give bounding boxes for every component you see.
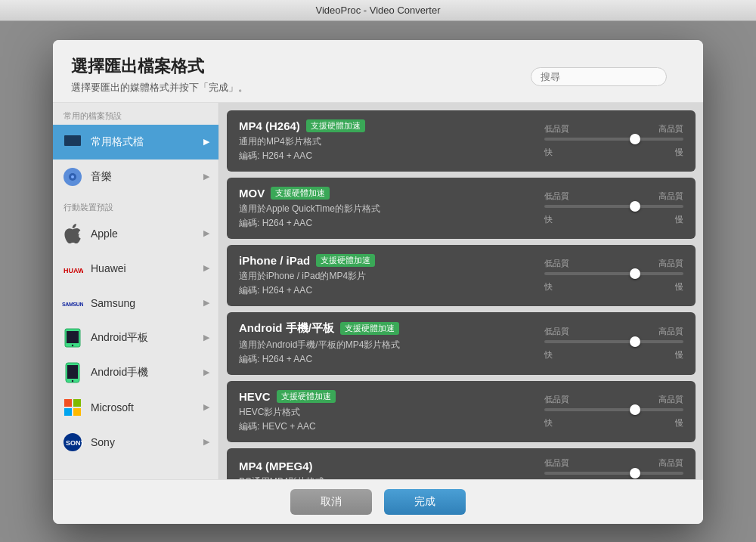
quality-slider[interactable] bbox=[544, 272, 683, 275]
quality-low-label: 低品質 bbox=[544, 394, 569, 405]
slider-thumb[interactable] bbox=[630, 404, 640, 415]
format-card[interactable]: MP4 (H264) 支援硬體加速 通用的MP4影片格式 編碼: H264 + … bbox=[227, 110, 696, 172]
sidebar-item-huawei[interactable]: HUAWEI Huawei ▶ bbox=[53, 251, 218, 286]
sidebar-item-sony[interactable]: SONY Sony ▶ bbox=[53, 425, 218, 460]
sidebar-item-samsung[interactable]: SAMSUNG Samsung ▶ bbox=[53, 286, 218, 321]
format-info: MP4 (MPEG4) PC通用MP4影片格式 bbox=[239, 460, 532, 479]
sidebar: 常用的檔案預設 常用格式檔 ▶ bbox=[53, 103, 219, 479]
svg-text:SONY: SONY bbox=[66, 439, 83, 447]
format-desc: 適用於iPhone / iPad的MP4影片 bbox=[239, 270, 532, 283]
svg-text:HUAWEI: HUAWEI bbox=[64, 267, 83, 274]
format-name: iPhone / iPad bbox=[239, 254, 310, 267]
apple-icon bbox=[62, 223, 83, 244]
quality-high-label: 高品質 bbox=[658, 457, 683, 469]
music-icon bbox=[62, 166, 83, 187]
sidebar-item-microsoft[interactable]: Microsoft ▶ bbox=[53, 390, 218, 425]
quality-slider[interactable] bbox=[544, 138, 683, 141]
quality-slider[interactable] bbox=[544, 340, 683, 343]
slider-thumb[interactable] bbox=[630, 336, 640, 347]
format-card[interactable]: MP4 (MPEG4) PC通用MP4影片格式 低品質 高品質 快 慢 bbox=[227, 448, 696, 479]
done-button[interactable]: 完成 bbox=[384, 489, 466, 515]
svg-rect-0 bbox=[64, 135, 82, 147]
search-input[interactable] bbox=[531, 67, 667, 86]
android-tablet-icon bbox=[62, 327, 83, 348]
quality-low-label: 低品質 bbox=[544, 123, 569, 135]
svg-rect-2 bbox=[68, 149, 77, 150]
svg-rect-16 bbox=[64, 408, 72, 416]
svg-text:SAMSUNG: SAMSUNG bbox=[62, 301, 83, 306]
speed-fast-label: 快 bbox=[544, 281, 553, 293]
modal-dialog: 選擇匯出檔案格式 選擇要匯出的媒體格式并按下「完成」。 常用的檔案預設 bbox=[53, 40, 703, 524]
slider-thumb[interactable] bbox=[630, 134, 640, 144]
quality-high-label: 高品質 bbox=[658, 123, 683, 135]
slider-thumb[interactable] bbox=[630, 268, 640, 279]
quality-low-label: 低品質 bbox=[544, 457, 569, 469]
quality-slider[interactable] bbox=[544, 408, 683, 411]
samsung-icon: SAMSUNG bbox=[62, 293, 83, 314]
search-bar[interactable] bbox=[531, 67, 667, 86]
svg-point-13 bbox=[72, 379, 73, 381]
modal-header: 選擇匯出檔案格式 選擇要匯出的媒體格式并按下「完成」。 bbox=[53, 40, 703, 103]
modal-overlay: 選擇匯出檔案格式 選擇要匯出的媒體格式并按下「完成」。 常用的檔案預設 bbox=[0, 21, 756, 542]
chevron-icon: ▶ bbox=[203, 263, 209, 273]
format-slider-area: 低品質 高品質 快 慢 bbox=[532, 326, 683, 361]
speed-slow-label: 慢 bbox=[675, 349, 683, 361]
hw-badge: 支援硬體加速 bbox=[277, 390, 336, 403]
chevron-icon: ▶ bbox=[203, 228, 209, 238]
sidebar-item-common-format[interactable]: 常用格式檔 ▶ bbox=[53, 125, 218, 160]
slider-thumb[interactable] bbox=[630, 201, 640, 212]
speed-slow-label: 慢 bbox=[675, 281, 683, 293]
speed-slow-label: 慢 bbox=[675, 417, 683, 429]
format-card[interactable]: iPhone / iPad 支援硬體加速 適用於iPhone / iPad的MP… bbox=[227, 245, 696, 306]
format-name: MP4 (MPEG4) bbox=[239, 460, 313, 472]
sidebar-item-music[interactable]: 音樂 ▶ bbox=[53, 160, 218, 194]
format-slider-area: 低品質 高品質 快 慢 bbox=[532, 457, 683, 479]
microsoft-icon bbox=[62, 397, 83, 418]
sidebar-item-android-tablet[interactable]: Android平板 ▶ bbox=[53, 321, 218, 355]
chevron-icon: ▶ bbox=[203, 437, 209, 447]
format-codec: 編碼: H264 + AAC bbox=[239, 217, 532, 230]
speed-fast-label: 快 bbox=[544, 349, 553, 361]
chevron-icon: ▶ bbox=[203, 172, 209, 181]
android-phone-icon bbox=[62, 362, 83, 383]
format-name: MP4 (H264) bbox=[239, 119, 300, 132]
format-desc: HEVC影片格式 bbox=[239, 406, 532, 419]
titlebar-text: VideoProc - Video Converter bbox=[315, 5, 440, 16]
sidebar-item-apple[interactable]: Apple ▶ bbox=[53, 216, 218, 251]
quality-high-label: 高品質 bbox=[658, 190, 683, 202]
sidebar-item-label-android-tablet: Android平板 bbox=[91, 331, 203, 345]
format-info: MP4 (H264) 支援硬體加速 通用的MP4影片格式 編碼: H264 + … bbox=[239, 119, 532, 163]
svg-rect-9 bbox=[67, 331, 79, 343]
format-card[interactable]: HEVC 支援硬體加速 HEVC影片格式 編碼: HEVC + AAC 低品質 … bbox=[227, 381, 696, 442]
chevron-icon: ▶ bbox=[203, 402, 209, 412]
format-name: Android 手機/平板 bbox=[239, 321, 334, 336]
speed-slow-label: 慢 bbox=[675, 147, 683, 158]
speed-fast-label: 快 bbox=[544, 147, 553, 158]
sidebar-item-label-huawei: Huawei bbox=[91, 262, 203, 274]
speed-slow-label: 慢 bbox=[675, 214, 683, 225]
sidebar-item-android-phone[interactable]: Android手機 ▶ bbox=[53, 355, 218, 390]
format-info: HEVC 支援硬體加速 HEVC影片格式 編碼: HEVC + AAC bbox=[239, 390, 532, 433]
format-slider-area: 低品質 高品質 快 慢 bbox=[532, 258, 683, 293]
format-info: iPhone / iPad 支援硬體加速 適用於iPhone / iPad的MP… bbox=[239, 254, 532, 297]
mobile-section-title: 行動裝置預設 bbox=[53, 194, 218, 216]
format-card[interactable]: MOV 支援硬體加速 適用於Apple QuickTime的影片格式 編碼: H… bbox=[227, 178, 696, 239]
format-codec: 編碼: H264 + AAC bbox=[239, 353, 532, 366]
cancel-button[interactable]: 取消 bbox=[290, 489, 372, 515]
format-desc: 適用於Android手機/平板的MP4影片格式 bbox=[239, 339, 532, 352]
monitor-icon bbox=[62, 132, 83, 153]
quality-slider[interactable] bbox=[544, 472, 683, 475]
format-desc: 適用於Apple QuickTime的影片格式 bbox=[239, 203, 532, 215]
slider-thumb[interactable] bbox=[630, 468, 640, 479]
format-card[interactable]: Android 手機/平板 支援硬體加速 適用於Android手機/平板的MP4… bbox=[227, 312, 696, 375]
svg-rect-15 bbox=[73, 399, 81, 407]
format-codec: 編碼: HEVC + AAC bbox=[239, 420, 532, 433]
speed-fast-label: 快 bbox=[544, 214, 553, 225]
hw-badge: 支援硬體加速 bbox=[340, 322, 399, 335]
modal-footer: 取消 完成 bbox=[53, 479, 703, 524]
format-desc: 通用的MP4影片格式 bbox=[239, 135, 532, 148]
sidebar-item-label-music: 音樂 bbox=[91, 170, 203, 184]
sony-icon: SONY bbox=[62, 432, 83, 453]
quality-slider[interactable] bbox=[544, 205, 683, 208]
format-name: MOV bbox=[239, 187, 265, 200]
